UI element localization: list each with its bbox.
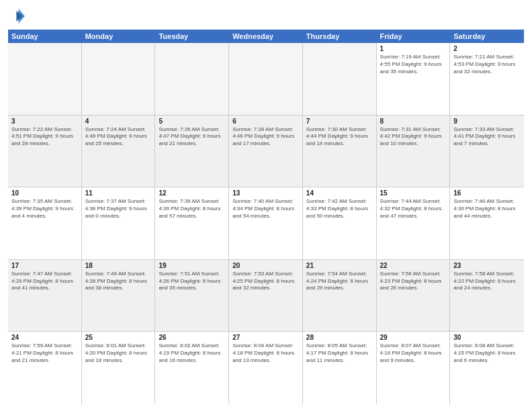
day-cell-2: 2Sunrise: 7:21 AM Sunset: 4:53 PM Daylig…: [450, 43, 524, 115]
empty-cell: [82, 43, 156, 115]
header-day-thursday: Thursday: [303, 30, 377, 43]
day-detail: Sunrise: 7:56 AM Sunset: 4:23 PM Dayligh…: [380, 271, 447, 292]
day-number: 28: [306, 334, 373, 341]
page: SundayMondayTuesdayWednesdayThursdayFrid…: [0, 0, 532, 411]
day-cell-12: 12Sunrise: 7:39 AM Sunset: 4:36 PM Dayli…: [155, 187, 229, 259]
day-detail: Sunrise: 7:39 AM Sunset: 4:36 PM Dayligh…: [159, 198, 225, 220]
day-number: 20: [232, 262, 299, 269]
header-day-tuesday: Tuesday: [155, 30, 229, 43]
day-number: 11: [85, 189, 152, 197]
day-number: 12: [159, 189, 225, 197]
day-cell-15: 15Sunrise: 7:44 AM Sunset: 4:32 PM Dayli…: [377, 187, 451, 259]
day-number: 4: [85, 118, 152, 125]
calendar: SundayMondayTuesdayWednesdayThursdayFrid…: [8, 30, 524, 404]
day-detail: Sunrise: 7:30 AM Sunset: 4:44 PM Dayligh…: [306, 126, 373, 148]
day-cell-16: 16Sunrise: 7:46 AM Sunset: 4:30 PM Dayli…: [450, 187, 524, 259]
day-cell-6: 6Sunrise: 7:28 AM Sunset: 4:46 PM Daylig…: [229, 116, 303, 187]
day-detail: Sunrise: 7:37 AM Sunset: 4:38 PM Dayligh…: [85, 198, 152, 220]
logo-icon: [8, 7, 27, 26]
day-detail: Sunrise: 7:26 AM Sunset: 4:47 PM Dayligh…: [159, 126, 225, 148]
day-number: 27: [232, 334, 299, 341]
day-number: 30: [453, 334, 521, 341]
logo: [8, 7, 30, 26]
day-cell-30: 30Sunrise: 8:08 AM Sunset: 4:15 PM Dayli…: [450, 332, 524, 404]
day-cell-20: 20Sunrise: 7:53 AM Sunset: 4:25 PM Dayli…: [229, 260, 303, 332]
day-number: 14: [306, 189, 373, 197]
day-cell-8: 8Sunrise: 7:31 AM Sunset: 4:42 PM Daylig…: [377, 116, 451, 187]
day-number: 3: [11, 118, 78, 125]
day-number: 23: [453, 262, 521, 269]
day-detail: Sunrise: 8:01 AM Sunset: 4:20 PM Dayligh…: [85, 342, 152, 364]
day-detail: Sunrise: 8:04 AM Sunset: 4:18 PM Dayligh…: [232, 342, 299, 364]
day-number: 1: [380, 45, 447, 52]
day-cell-19: 19Sunrise: 7:51 AM Sunset: 4:26 PM Dayli…: [155, 260, 229, 332]
day-detail: Sunrise: 7:35 AM Sunset: 4:39 PM Dayligh…: [11, 198, 78, 220]
day-detail: Sunrise: 8:02 AM Sunset: 4:19 PM Dayligh…: [159, 342, 225, 364]
day-cell-7: 7Sunrise: 7:30 AM Sunset: 4:44 PM Daylig…: [303, 116, 377, 187]
day-cell-13: 13Sunrise: 7:40 AM Sunset: 4:34 PM Dayli…: [229, 187, 303, 259]
day-number: 22: [380, 262, 447, 269]
day-number: 24: [11, 334, 78, 341]
day-number: 17: [11, 262, 78, 269]
day-detail: Sunrise: 7:42 AM Sunset: 4:33 PM Dayligh…: [306, 198, 373, 220]
empty-cell: [303, 43, 377, 115]
day-cell-11: 11Sunrise: 7:37 AM Sunset: 4:38 PM Dayli…: [82, 187, 156, 259]
day-number: 29: [380, 334, 447, 341]
header-day-saturday: Saturday: [450, 30, 524, 43]
day-cell-9: 9Sunrise: 7:33 AM Sunset: 4:41 PM Daylig…: [450, 116, 524, 187]
day-number: 5: [159, 118, 225, 125]
header-day-sunday: Sunday: [8, 30, 82, 43]
day-cell-25: 25Sunrise: 8:01 AM Sunset: 4:20 PM Dayli…: [82, 332, 156, 404]
empty-cell: [155, 43, 229, 115]
header: [8, 7, 524, 26]
day-detail: Sunrise: 7:54 AM Sunset: 4:24 PM Dayligh…: [306, 271, 373, 292]
day-number: 16: [453, 189, 521, 197]
day-detail: Sunrise: 7:53 AM Sunset: 4:25 PM Dayligh…: [232, 271, 299, 292]
header-day-friday: Friday: [377, 30, 451, 43]
day-detail: Sunrise: 7:59 AM Sunset: 4:21 PM Dayligh…: [11, 342, 78, 364]
day-cell-22: 22Sunrise: 7:56 AM Sunset: 4:23 PM Dayli…: [377, 260, 451, 332]
day-cell-4: 4Sunrise: 7:24 AM Sunset: 4:49 PM Daylig…: [82, 116, 156, 187]
day-detail: Sunrise: 7:51 AM Sunset: 4:26 PM Dayligh…: [159, 271, 225, 292]
day-number: 19: [159, 262, 225, 269]
day-detail: Sunrise: 7:22 AM Sunset: 4:51 PM Dayligh…: [11, 126, 78, 148]
day-detail: Sunrise: 7:49 AM Sunset: 4:28 PM Dayligh…: [85, 271, 152, 292]
day-detail: Sunrise: 8:08 AM Sunset: 4:15 PM Dayligh…: [453, 342, 521, 364]
day-number: 15: [380, 189, 447, 197]
day-number: 26: [159, 334, 225, 341]
day-cell-24: 24Sunrise: 7:59 AM Sunset: 4:21 PM Dayli…: [8, 332, 82, 404]
day-number: 9: [453, 118, 521, 125]
day-detail: Sunrise: 7:21 AM Sunset: 4:53 PM Dayligh…: [453, 54, 521, 75]
day-number: 13: [232, 189, 299, 197]
day-cell-3: 3Sunrise: 7:22 AM Sunset: 4:51 PM Daylig…: [8, 116, 82, 187]
calendar-body: 1Sunrise: 7:19 AM Sunset: 4:55 PM Daylig…: [8, 43, 524, 404]
day-detail: Sunrise: 7:19 AM Sunset: 4:55 PM Dayligh…: [380, 54, 447, 75]
calendar-header: SundayMondayTuesdayWednesdayThursdayFrid…: [8, 30, 524, 43]
day-cell-27: 27Sunrise: 8:04 AM Sunset: 4:18 PM Dayli…: [229, 332, 303, 404]
day-cell-14: 14Sunrise: 7:42 AM Sunset: 4:33 PM Dayli…: [303, 187, 377, 259]
day-detail: Sunrise: 7:31 AM Sunset: 4:42 PM Dayligh…: [380, 126, 447, 148]
week-row-2: 3Sunrise: 7:22 AM Sunset: 4:51 PM Daylig…: [8, 116, 524, 188]
day-cell-5: 5Sunrise: 7:26 AM Sunset: 4:47 PM Daylig…: [155, 116, 229, 187]
day-number: 18: [85, 262, 152, 269]
day-number: 25: [85, 334, 152, 341]
day-cell-18: 18Sunrise: 7:49 AM Sunset: 4:28 PM Dayli…: [82, 260, 156, 332]
week-row-3: 10Sunrise: 7:35 AM Sunset: 4:39 PM Dayli…: [8, 187, 524, 260]
header-day-wednesday: Wednesday: [229, 30, 303, 43]
day-detail: Sunrise: 7:44 AM Sunset: 4:32 PM Dayligh…: [380, 198, 447, 220]
day-detail: Sunrise: 8:05 AM Sunset: 4:17 PM Dayligh…: [306, 342, 373, 364]
day-cell-10: 10Sunrise: 7:35 AM Sunset: 4:39 PM Dayli…: [8, 187, 82, 259]
week-row-1: 1Sunrise: 7:19 AM Sunset: 4:55 PM Daylig…: [8, 43, 524, 116]
day-cell-23: 23Sunrise: 7:58 AM Sunset: 4:22 PM Dayli…: [450, 260, 524, 332]
week-row-5: 24Sunrise: 7:59 AM Sunset: 4:21 PM Dayli…: [8, 332, 524, 404]
day-number: 21: [306, 262, 373, 269]
day-detail: Sunrise: 7:46 AM Sunset: 4:30 PM Dayligh…: [453, 198, 521, 220]
day-detail: Sunrise: 7:40 AM Sunset: 4:34 PM Dayligh…: [232, 198, 299, 220]
day-detail: Sunrise: 7:58 AM Sunset: 4:22 PM Dayligh…: [453, 271, 521, 292]
empty-cell: [229, 43, 303, 115]
header-day-monday: Monday: [82, 30, 156, 43]
day-detail: Sunrise: 8:07 AM Sunset: 4:16 PM Dayligh…: [380, 342, 447, 364]
day-detail: Sunrise: 7:33 AM Sunset: 4:41 PM Dayligh…: [453, 126, 521, 148]
day-detail: Sunrise: 7:24 AM Sunset: 4:49 PM Dayligh…: [85, 126, 152, 148]
day-detail: Sunrise: 7:47 AM Sunset: 4:29 PM Dayligh…: [11, 271, 78, 292]
